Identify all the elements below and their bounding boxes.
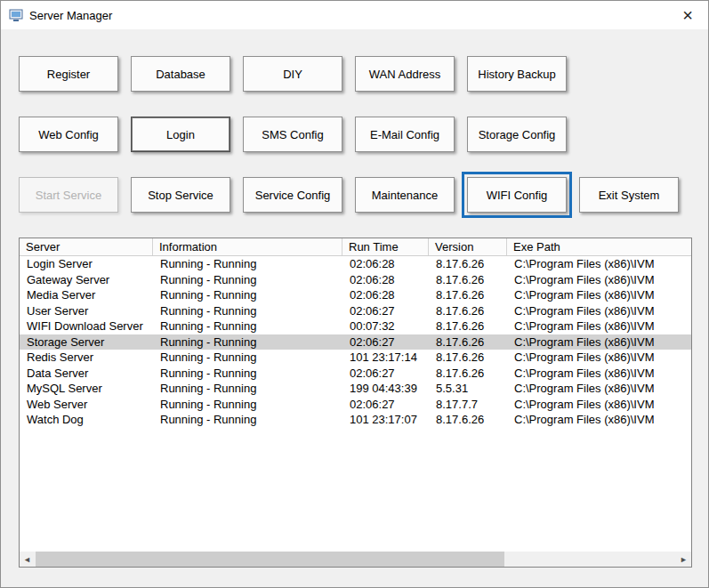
wan-address-button[interactable]: WAN Address	[355, 56, 455, 92]
cell-version: 8.17.7.7	[429, 398, 507, 411]
cell-exe-path: C:\Program Files (x86)\IVM	[507, 273, 691, 286]
button-row-1: RegisterDatabaseDIYWAN AddressHistory Ba…	[19, 56, 690, 92]
cell-server: Web Server	[20, 398, 153, 411]
table-row[interactable]: Watch DogRunning - Running101 23:17:078.…	[20, 412, 691, 428]
cell-information: Running - Running	[153, 304, 342, 318]
cell-run-time: 199 04:43:39	[342, 382, 429, 395]
cell-version: 8.17.6.26	[429, 288, 507, 302]
cell-server: Data Server	[20, 366, 153, 380]
cell-run-time: 101 23:17:07	[342, 413, 429, 426]
cell-version: 8.17.6.26	[429, 304, 507, 318]
table-header: ServerInformationRun TimeVersionExe Path	[20, 238, 691, 256]
scrollbar-thumb[interactable]	[36, 552, 504, 567]
cell-information: Running - Running	[153, 413, 342, 426]
button-row-2: Web ConfigLoginSMS ConfigE-Mail ConfigSt…	[19, 117, 690, 152]
cell-information: Running - Running	[153, 382, 342, 395]
cell-exe-path: C:\Program Files (x86)\IVM	[507, 288, 691, 302]
cell-information: Running - Running	[153, 288, 342, 302]
cell-run-time: 02:06:27	[342, 366, 429, 380]
column-header-information[interactable]: Information	[153, 238, 342, 255]
stop-service-button[interactable]: Stop Service	[131, 177, 230, 213]
cell-exe-path: C:\Program Files (x86)\IVM	[507, 335, 691, 349]
column-header-exe-path[interactable]: Exe Path	[507, 238, 691, 255]
service-config-button[interactable]: Service Config	[243, 177, 342, 213]
database-button[interactable]: Database	[131, 56, 230, 92]
register-button[interactable]: Register	[19, 56, 118, 92]
table-row[interactable]: Login ServerRunning - Running02:06:288.1…	[20, 256, 691, 272]
cell-run-time: 00:07:32	[342, 319, 429, 333]
close-icon[interactable]: ×	[667, 1, 708, 29]
cell-information: Running - Running	[153, 319, 342, 333]
cell-version: 8.17.6.26	[429, 366, 507, 380]
cell-exe-path: C:\Program Files (x86)\IVM	[507, 350, 691, 364]
table-body: Login ServerRunning - Running02:06:288.1…	[20, 256, 691, 552]
column-header-run-time[interactable]: Run Time	[342, 238, 429, 255]
table-row[interactable]: Media ServerRunning - Running02:06:288.1…	[20, 287, 691, 303]
scroll-left-icon[interactable]: ◄	[20, 552, 35, 567]
cell-server: Gateway Server	[20, 273, 153, 286]
exit-system-button[interactable]: Exit System	[579, 177, 679, 213]
table-row[interactable]: WIFI Download ServerRunning - Running00:…	[20, 318, 691, 334]
column-header-server[interactable]: Server	[20, 238, 153, 255]
server-table: ServerInformationRun TimeVersionExe Path…	[19, 238, 692, 568]
scroll-right-icon[interactable]: ►	[676, 552, 691, 567]
cell-run-time: 02:06:28	[342, 273, 429, 286]
titlebar: Server Manager ×	[1, 1, 708, 29]
cell-server: Login Server	[20, 257, 153, 270]
cell-server: Media Server	[20, 288, 153, 302]
wifi-config-button[interactable]: WIFI Config	[467, 177, 567, 213]
table-row[interactable]: MySQL ServerRunning - Running199 04:43:3…	[20, 381, 691, 397]
cell-version: 8.17.6.26	[429, 257, 507, 270]
cell-information: Running - Running	[153, 398, 342, 411]
maintenance-button[interactable]: Maintenance	[355, 177, 455, 213]
cell-version: 8.17.6.26	[429, 335, 507, 349]
cell-information: Running - Running	[153, 366, 342, 380]
table-row[interactable]: Data ServerRunning - Running02:06:278.17…	[20, 366, 691, 382]
cell-version: 8.17.6.26	[429, 319, 507, 333]
table-row[interactable]: Redis ServerRunning - Running101 23:17:1…	[20, 350, 691, 366]
cell-information: Running - Running	[153, 335, 342, 349]
content: RegisterDatabaseDIYWAN AddressHistory Ba…	[1, 29, 708, 568]
diy-button[interactable]: DIY	[243, 56, 342, 92]
cell-information: Running - Running	[153, 350, 342, 364]
start-service-button[interactable]: Start Service	[19, 177, 118, 213]
cell-server: MySQL Server	[20, 382, 153, 395]
table-row[interactable]: Gateway ServerRunning - Running02:06:288…	[20, 272, 691, 288]
e-mail-config-button[interactable]: E-Mail Config	[355, 117, 455, 152]
cell-version: 8.17.6.26	[429, 413, 507, 426]
cell-exe-path: C:\Program Files (x86)\IVM	[507, 304, 691, 318]
cell-version: 8.17.6.26	[429, 350, 507, 364]
window: Server Manager × RegisterDatabaseDIYWAN …	[0, 0, 709, 588]
cell-run-time: 02:06:28	[342, 288, 429, 302]
cell-run-time: 101 23:17:14	[342, 350, 429, 364]
cell-server: WIFI Download Server	[20, 319, 153, 333]
cell-information: Running - Running	[153, 257, 342, 270]
cell-exe-path: C:\Program Files (x86)\IVM	[507, 366, 691, 380]
web-config-button[interactable]: Web Config	[19, 117, 118, 152]
cell-exe-path: C:\Program Files (x86)\IVM	[507, 382, 691, 395]
horizontal-scrollbar[interactable]: ◄ ►	[20, 552, 691, 567]
cell-server: Watch Dog	[20, 413, 153, 426]
storage-config-button[interactable]: Storage Config	[467, 117, 567, 152]
cell-exe-path: C:\Program Files (x86)\IVM	[507, 319, 691, 333]
cell-information: Running - Running	[153, 273, 342, 286]
toolbar: RegisterDatabaseDIYWAN AddressHistory Ba…	[19, 56, 690, 213]
cell-run-time: 02:06:27	[342, 304, 429, 318]
table-row[interactable]: User ServerRunning - Running02:06:278.17…	[20, 303, 691, 319]
cell-server: Storage Server	[20, 335, 153, 349]
scrollbar-track[interactable]	[35, 552, 676, 567]
history-backup-button[interactable]: History Backup	[467, 56, 567, 92]
cell-run-time: 02:06:27	[342, 335, 429, 349]
app-icon	[9, 8, 23, 22]
table-row[interactable]: Web ServerRunning - Running02:06:278.17.…	[20, 397, 691, 413]
table-row[interactable]: Storage ServerRunning - Running02:06:278…	[20, 334, 691, 350]
sms-config-button[interactable]: SMS Config	[243, 117, 342, 152]
cell-exe-path: C:\Program Files (x86)\IVM	[507, 257, 691, 270]
login-button[interactable]: Login	[131, 117, 230, 152]
button-row-3: Start ServiceStop ServiceService ConfigM…	[19, 177, 690, 213]
window-title: Server Manager	[29, 9, 667, 22]
cell-version: 5.5.31	[429, 382, 507, 395]
cell-exe-path: C:\Program Files (x86)\IVM	[507, 413, 691, 426]
cell-server: User Server	[20, 304, 153, 318]
column-header-version[interactable]: Version	[429, 238, 507, 255]
